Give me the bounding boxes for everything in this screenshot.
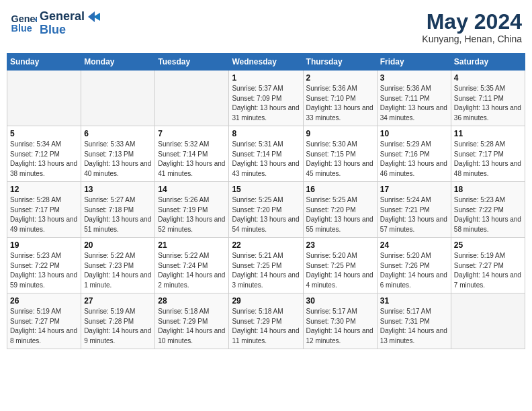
calendar-cell: 29Sunrise: 5:18 AM Sunset: 7:29 PM Dayli… <box>229 293 303 349</box>
day-info: Sunrise: 5:37 AM Sunset: 7:09 PM Dayligh… <box>232 84 300 123</box>
day-info: Sunrise: 5:31 AM Sunset: 7:14 PM Dayligh… <box>232 140 300 179</box>
day-info: Sunrise: 5:33 AM Sunset: 7:13 PM Dayligh… <box>84 140 152 179</box>
day-number: 14 <box>158 185 226 194</box>
day-number: 6 <box>84 129 152 138</box>
day-number: 16 <box>306 185 374 194</box>
day-info: Sunrise: 5:23 AM Sunset: 7:22 PM Dayligh… <box>454 195 522 234</box>
day-header-tuesday: Tuesday <box>155 54 229 71</box>
day-info: Sunrise: 5:17 AM Sunset: 7:31 PM Dayligh… <box>380 307 448 346</box>
day-number: 1 <box>232 73 300 83</box>
day-number: 11 <box>454 129 522 138</box>
day-info: Sunrise: 5:23 AM Sunset: 7:22 PM Dayligh… <box>10 251 78 290</box>
day-info: Sunrise: 5:25 AM Sunset: 7:20 PM Dayligh… <box>232 195 300 234</box>
day-header-wednesday: Wednesday <box>229 54 303 71</box>
day-info: Sunrise: 5:26 AM Sunset: 7:19 PM Dayligh… <box>158 195 226 234</box>
day-number: 10 <box>380 129 448 138</box>
day-info: Sunrise: 5:19 AM Sunset: 7:27 PM Dayligh… <box>10 307 78 346</box>
day-number: 26 <box>10 296 78 306</box>
calendar-cell: 18Sunrise: 5:23 AM Sunset: 7:22 PM Dayli… <box>451 182 525 238</box>
week-row-3: 12Sunrise: 5:28 AM Sunset: 7:17 PM Dayli… <box>7 182 525 238</box>
day-info: Sunrise: 5:30 AM Sunset: 7:15 PM Dayligh… <box>306 140 374 179</box>
logo: General Blue General Blue <box>10 10 101 37</box>
day-info: Sunrise: 5:22 AM Sunset: 7:23 PM Dayligh… <box>84 251 152 290</box>
day-number: 29 <box>232 296 300 306</box>
calendar-cell: 20Sunrise: 5:22 AM Sunset: 7:23 PM Dayli… <box>81 238 155 293</box>
calendar-cell: 30Sunrise: 5:17 AM Sunset: 7:30 PM Dayli… <box>303 293 377 349</box>
day-info: Sunrise: 5:28 AM Sunset: 7:17 PM Dayligh… <box>10 195 78 234</box>
day-number: 21 <box>158 240 226 250</box>
calendar-cell: 6Sunrise: 5:33 AM Sunset: 7:13 PM Daylig… <box>81 126 155 182</box>
day-info: Sunrise: 5:19 AM Sunset: 7:27 PM Dayligh… <box>454 251 522 290</box>
day-info: Sunrise: 5:19 AM Sunset: 7:28 PM Dayligh… <box>84 307 152 346</box>
day-info: Sunrise: 5:27 AM Sunset: 7:18 PM Dayligh… <box>84 195 152 234</box>
day-number: 4 <box>454 73 522 83</box>
day-number: 17 <box>380 185 448 194</box>
day-number: 24 <box>380 240 448 250</box>
day-number: 8 <box>232 129 300 138</box>
calendar-title: May 2024 <box>422 10 522 34</box>
day-number: 5 <box>10 129 78 138</box>
day-number: 13 <box>84 185 152 194</box>
day-info: Sunrise: 5:18 AM Sunset: 7:29 PM Dayligh… <box>158 307 226 346</box>
calendar-cell: 22Sunrise: 5:21 AM Sunset: 7:25 PM Dayli… <box>229 238 303 293</box>
calendar-cell: 7Sunrise: 5:32 AM Sunset: 7:14 PM Daylig… <box>155 126 229 182</box>
calendar-cell: 16Sunrise: 5:25 AM Sunset: 7:20 PM Dayli… <box>303 182 377 238</box>
calendar-cell <box>155 71 229 126</box>
title-block: May 2024 Kunyang, Henan, China <box>422 10 522 44</box>
calendar-cell: 25Sunrise: 5:19 AM Sunset: 7:27 PM Dayli… <box>451 238 525 293</box>
calendar-cell: 3Sunrise: 5:36 AM Sunset: 7:11 PM Daylig… <box>377 71 451 126</box>
day-number: 28 <box>158 296 226 306</box>
calendar-cell: 24Sunrise: 5:20 AM Sunset: 7:26 PM Dayli… <box>377 238 451 293</box>
day-info: Sunrise: 5:25 AM Sunset: 7:20 PM Dayligh… <box>306 195 374 234</box>
day-number: 12 <box>10 185 78 194</box>
day-number: 9 <box>306 129 374 138</box>
calendar-cell: 1Sunrise: 5:37 AM Sunset: 7:09 PM Daylig… <box>229 71 303 126</box>
calendar-cell: 14Sunrise: 5:26 AM Sunset: 7:19 PM Dayli… <box>155 182 229 238</box>
day-number: 25 <box>454 240 522 250</box>
calendar-cell: 10Sunrise: 5:29 AM Sunset: 7:16 PM Dayli… <box>377 126 451 182</box>
week-row-4: 19Sunrise: 5:23 AM Sunset: 7:22 PM Dayli… <box>7 238 525 293</box>
day-header-sunday: Sunday <box>7 54 81 71</box>
day-header-monday: Monday <box>81 54 155 71</box>
day-info: Sunrise: 5:28 AM Sunset: 7:17 PM Dayligh… <box>454 140 522 179</box>
svg-text:General: General <box>11 13 37 24</box>
day-number: 31 <box>380 296 448 306</box>
day-info: Sunrise: 5:22 AM Sunset: 7:24 PM Dayligh… <box>158 251 226 290</box>
day-number: 15 <box>232 185 300 194</box>
day-number: 19 <box>10 240 78 250</box>
day-info: Sunrise: 5:18 AM Sunset: 7:29 PM Dayligh… <box>232 307 300 346</box>
calendar-table: SundayMondayTuesdayWednesdayThursdayFrid… <box>7 53 525 349</box>
day-info: Sunrise: 5:34 AM Sunset: 7:12 PM Dayligh… <box>10 140 78 179</box>
day-info: Sunrise: 5:36 AM Sunset: 7:11 PM Dayligh… <box>380 84 448 123</box>
day-number: 23 <box>306 240 374 250</box>
logo-general: General <box>40 10 101 24</box>
day-number: 3 <box>380 73 448 83</box>
day-info: Sunrise: 5:20 AM Sunset: 7:25 PM Dayligh… <box>306 251 374 290</box>
calendar-cell: 15Sunrise: 5:25 AM Sunset: 7:20 PM Dayli… <box>229 182 303 238</box>
calendar-cell: 31Sunrise: 5:17 AM Sunset: 7:31 PM Dayli… <box>377 293 451 349</box>
day-info: Sunrise: 5:32 AM Sunset: 7:14 PM Dayligh… <box>158 140 226 179</box>
day-header-saturday: Saturday <box>451 54 525 71</box>
day-info: Sunrise: 5:21 AM Sunset: 7:25 PM Dayligh… <box>232 251 300 290</box>
day-number: 7 <box>158 129 226 138</box>
week-row-5: 26Sunrise: 5:19 AM Sunset: 7:27 PM Dayli… <box>7 293 525 349</box>
day-number: 22 <box>232 240 300 250</box>
day-info: Sunrise: 5:17 AM Sunset: 7:30 PM Dayligh… <box>306 307 374 346</box>
calendar-cell: 2Sunrise: 5:36 AM Sunset: 7:10 PM Daylig… <box>303 71 377 126</box>
calendar-subtitle: Kunyang, Henan, China <box>422 34 522 44</box>
calendar-cell: 17Sunrise: 5:24 AM Sunset: 7:21 PM Dayli… <box>377 182 451 238</box>
week-row-2: 5Sunrise: 5:34 AM Sunset: 7:12 PM Daylig… <box>7 126 525 182</box>
day-info: Sunrise: 5:24 AM Sunset: 7:21 PM Dayligh… <box>380 195 448 234</box>
calendar-cell: 5Sunrise: 5:34 AM Sunset: 7:12 PM Daylig… <box>7 126 81 182</box>
calendar-cell: 13Sunrise: 5:27 AM Sunset: 7:18 PM Dayli… <box>81 182 155 238</box>
calendar-cell: 4Sunrise: 5:35 AM Sunset: 7:11 PM Daylig… <box>451 71 525 126</box>
calendar-cell: 23Sunrise: 5:20 AM Sunset: 7:25 PM Dayli… <box>303 238 377 293</box>
day-info: Sunrise: 5:35 AM Sunset: 7:11 PM Dayligh… <box>454 84 522 123</box>
calendar-cell <box>7 71 81 126</box>
day-info: Sunrise: 5:20 AM Sunset: 7:26 PM Dayligh… <box>380 251 448 290</box>
calendar-cell: 27Sunrise: 5:19 AM Sunset: 7:28 PM Dayli… <box>81 293 155 349</box>
day-number: 30 <box>306 296 374 306</box>
calendar-cell: 28Sunrise: 5:18 AM Sunset: 7:29 PM Dayli… <box>155 293 229 349</box>
day-info: Sunrise: 5:29 AM Sunset: 7:16 PM Dayligh… <box>380 140 448 179</box>
calendar-cell <box>451 293 525 349</box>
